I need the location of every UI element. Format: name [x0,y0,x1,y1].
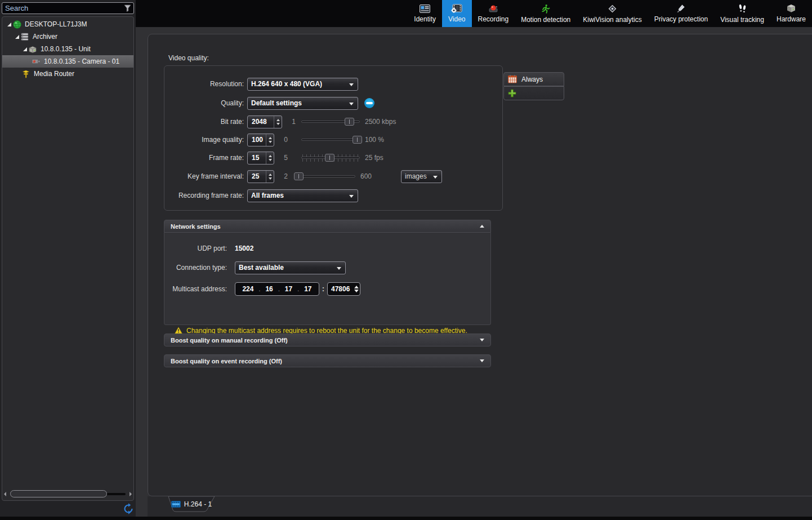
connection-type-dropdown[interactable]: Best available [235,261,346,274]
connection-type-label: Connection type: [168,264,227,272]
visual-tracking-icon [738,4,747,14]
refresh-button[interactable] [122,503,135,515]
spin-up-icon[interactable] [269,137,272,139]
connection-type-value: Best available [239,264,284,272]
spin-down-icon[interactable] [269,159,272,161]
slider-handle[interactable] [345,118,354,126]
expander-icon[interactable] [6,21,12,28]
quality-dropdown[interactable]: Default settings [247,97,358,110]
tab-video[interactable]: Video [442,0,471,27]
slider-handle[interactable] [325,154,334,162]
kiwivision-icon [608,4,617,14]
search-input[interactable] [2,4,123,12]
ip-octet-1[interactable]: 224 [242,285,253,293]
stream-tab-label: H.264 - 1 [184,500,212,508]
key-frame-interval-slider[interactable] [297,172,355,181]
tree-item-label: Media Router [34,70,74,78]
privacy-protection-icon [676,4,685,13]
spin-down-icon[interactable] [269,177,272,180]
expand-icon[interactable] [480,339,484,341]
recording-icon [488,4,498,13]
scrollbar-thumb[interactable] [10,490,107,497]
expander-icon[interactable] [14,33,20,40]
tab-kiwivision-analytics[interactable]: KiwiVision analytics [577,0,648,27]
tab-privacy-protection[interactable]: Privacy protection [648,0,714,27]
spin-down-icon[interactable] [269,141,272,143]
boost-manual-recording-header[interactable]: Boost quality on manual recording (Off) [164,334,491,346]
boost-manual-title: Boost quality on manual recording (Off) [171,337,288,344]
main-content: Video quality: Resolution: H.264 640 x 4… [136,27,812,520]
tree-item-camera[interactable]: 10.8.0.135 - Camera - 01 [2,55,133,68]
spin-up-icon[interactable] [354,286,359,288]
multicast-address-row: Multicast address: 224 . 16 . 17 . 17 : … [168,282,487,296]
spin-down-icon[interactable] [276,123,280,125]
spin-up-icon[interactable] [269,155,272,157]
image-quality-row: Image quality: 100 0 100 % [168,133,499,146]
unit-icon [28,45,37,54]
recording-frame-rate-row: Recording frame rate: All frames [168,189,499,202]
tree-item-label: Archiver [33,33,57,41]
tab-motion-detection[interactable]: Motion detection [515,0,577,27]
tree-horizontal-scrollbar[interactable] [2,490,133,498]
expander-icon[interactable] [21,46,28,52]
filter-funnel-icon[interactable] [123,4,132,13]
tree-item-archiver[interactable]: Archiver [2,30,133,43]
key-frame-interval-min: 2 [279,172,288,180]
spin-up-icon[interactable] [269,174,272,176]
video-quality-section-label: Video quality: [168,54,209,62]
frame-rate-max: 25 fps [365,154,383,162]
collapse-icon[interactable] [480,225,484,228]
network-settings-header[interactable]: Network settings [164,220,491,233]
search-box[interactable] [2,2,134,14]
multicast-port-spinner[interactable]: 47806 [327,282,360,296]
boost-event-recording-header[interactable]: Boost quality on event recording (Off) [164,354,491,367]
slider-handle[interactable] [353,136,362,144]
tree-item-label: 10.8.0.135 - Camera - 01 [44,57,119,65]
multicast-ip-input[interactable]: 224 . 16 . 17 . 17 [235,282,319,296]
tab-label: Privacy protection [654,15,708,23]
tab-hardware[interactable]: Hardware [770,0,812,27]
scroll-left-icon[interactable] [4,492,6,496]
tab-visual-tracking[interactable]: Visual tracking [714,0,770,27]
expand-icon[interactable] [480,359,484,362]
ip-octet-3[interactable]: 17 [285,285,292,293]
frame-rate-slider[interactable] [301,154,360,162]
scroll-right-icon[interactable] [130,492,132,496]
image-quality-spinner[interactable]: 100 [247,134,274,146]
frame-rate-spinner[interactable]: 15 [247,152,274,165]
key-frame-interval-max: 600 [360,172,372,180]
ip-octet-4[interactable]: 17 [304,285,311,293]
tab-recording[interactable]: Recording [472,0,515,27]
server-globe-icon [12,20,21,29]
resolution-row: Resolution: H.264 640 x 480 (VGA) [168,77,499,91]
slider-track [301,139,360,141]
key-frame-interval-spinner[interactable]: 25 [247,170,274,183]
spin-down-icon[interactable] [354,290,359,292]
image-quality-min: 0 [279,136,288,144]
recording-frame-rate-dropdown[interactable]: All frames [247,189,358,202]
tab-label: Hardware [777,15,806,23]
slider-handle[interactable] [294,172,304,180]
ip-dot: . [258,285,260,293]
schedule-always-label: Always [521,75,543,83]
stream-tab-strip: H.264 - 1 [148,496,812,518]
tree-item-unit[interactable]: 10.8.0.135 - Unit [2,43,133,55]
schedule-always-tab[interactable]: Always [503,72,564,86]
ip-octet-2[interactable]: 16 [265,285,273,293]
video-quality-group: Resolution: H.264 640 x 480 (VGA) Qualit… [164,65,503,211]
tree-item-media-router[interactable]: Media Router [2,68,133,80]
bit-rate-slider[interactable] [301,118,360,126]
tree-item-server[interactable]: DESKTOP-LL71J3M [2,18,133,30]
image-quality-slider[interactable] [301,136,360,144]
reset-quality-icon[interactable] [364,98,374,108]
image-quality-value: 100 [248,136,266,144]
resolution-dropdown[interactable]: H.264 640 x 480 (VGA) [247,78,358,91]
resolution-label: Resolution: [168,80,244,88]
tab-identity[interactable]: Identity [408,0,442,27]
bit-rate-spinner[interactable]: 2048 [247,115,282,128]
spin-up-icon[interactable] [276,119,280,121]
frame-rate-min: 5 [279,154,288,162]
key-frame-unit-dropdown[interactable]: images [401,170,442,183]
add-schedule-button[interactable] [503,86,564,100]
stream-tab-h264-1[interactable]: H.264 - 1 [168,496,215,512]
